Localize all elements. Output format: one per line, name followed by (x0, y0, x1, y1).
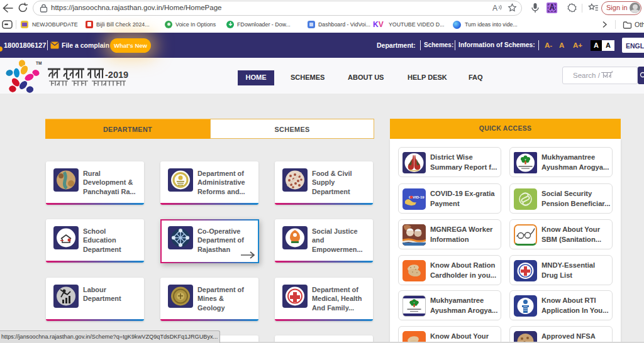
svg-text:TM: TM (36, 61, 42, 65)
svg-text:A: A (492, 4, 497, 13)
svg-text:-2019: -2019 (105, 70, 128, 80)
